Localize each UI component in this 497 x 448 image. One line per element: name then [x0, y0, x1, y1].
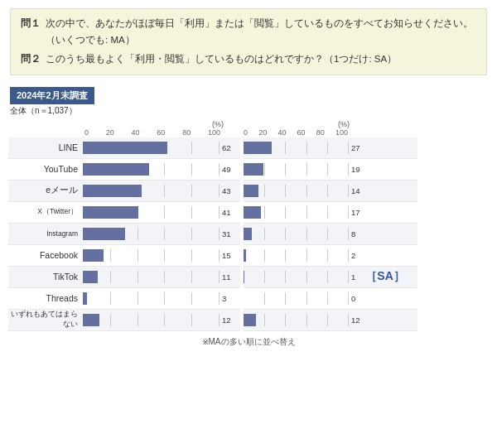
right-tick-0: 0	[244, 128, 248, 137]
bar-value: 0	[351, 294, 355, 303]
bar-value: 15	[222, 251, 231, 260]
bar-value: 41	[222, 208, 231, 217]
left-bar-row: X（Twitter）41	[8, 202, 240, 224]
bar-label: YouTube	[8, 164, 83, 174]
left-tick-40: 40	[132, 128, 140, 137]
bar-fill	[244, 249, 246, 262]
left-tick-100: 100	[208, 128, 220, 137]
right-chart-panel: (%) 0 20 40 60 80 100 27191417821［SA］012	[244, 120, 417, 331]
left-bar-row: eメール43	[8, 181, 240, 202]
bar-fill	[83, 228, 125, 240]
bar-value: 14	[351, 186, 360, 195]
bar-fill	[83, 206, 138, 219]
bar-label: eメール	[8, 185, 83, 196]
right-bar-row: 14	[244, 181, 417, 202]
bar-fill	[83, 185, 142, 197]
survey-sublabel: 全体（n＝1,037）	[10, 105, 487, 117]
bar-fill	[83, 292, 87, 305]
right-tick-20: 20	[258, 128, 267, 137]
bar-fill	[83, 142, 167, 154]
bar-value: 19	[351, 165, 360, 174]
left-chart-panel: (%) 0 20 40 60 80 100 LINE62YouTube49eメー…	[8, 120, 240, 331]
right-tick-40: 40	[277, 128, 286, 137]
left-tick-20: 20	[106, 128, 114, 137]
bar-fill	[83, 163, 149, 176]
bar-fill	[244, 142, 272, 154]
bar-label: LINE	[8, 142, 83, 152]
left-tick-80: 80	[182, 128, 191, 137]
right-bar-row: 19	[244, 159, 417, 181]
q2-text: このうち最もよく「利用・閲覧」しているものはどれですか？（1つだけ: SA）	[46, 51, 397, 68]
q1-num: 問１	[21, 16, 41, 48]
q2-num: 問２	[21, 51, 41, 68]
bar-value: 2	[351, 251, 355, 260]
right-tick-60: 60	[297, 128, 306, 137]
right-tick-100: 100	[335, 128, 348, 137]
right-bar-row: 8	[244, 224, 417, 245]
bar-fill	[244, 185, 258, 197]
bar-fill	[244, 271, 244, 283]
left-bar-row: いずれもあてはまらない12	[8, 310, 240, 331]
bar-value: 3	[222, 294, 226, 303]
right-bar-row: 1［SA］	[244, 267, 417, 288]
left-bars-area: LINE62YouTube49eメール43X（Twitter）41Instagr…	[8, 137, 240, 331]
right-bar-row: 17	[244, 202, 417, 224]
left-bar-row: Threads3	[8, 288, 240, 310]
left-bar-row: LINE62	[8, 137, 240, 159]
bar-label: いずれもあてはまらない	[8, 310, 83, 330]
survey-label: 2024年2月末調査	[10, 87, 94, 104]
bar-label: Instagram	[8, 229, 83, 238]
bar-fill	[83, 249, 104, 262]
bar-value: 43	[222, 186, 231, 195]
bar-value: 27	[351, 143, 360, 152]
note: ※MAの多い順に並べ替え	[0, 336, 497, 348]
right-bars-area: 27191417821［SA］012	[244, 137, 417, 331]
bar-label: Threads	[8, 293, 83, 303]
bar-fill	[244, 163, 263, 176]
bar-value: 49	[222, 165, 231, 174]
bar-fill	[244, 228, 252, 240]
right-bar-row: 12	[244, 310, 417, 331]
bar-value: 8	[351, 229, 355, 238]
bar-fill	[244, 206, 261, 219]
bar-value: 1	[351, 272, 355, 282]
left-bar-row: Facebook15	[8, 245, 240, 267]
bar-fill	[244, 314, 256, 326]
bar-value: 12	[351, 316, 360, 325]
right-bar-row: 27	[244, 137, 417, 159]
bar-value: 17	[351, 208, 360, 217]
bar-fill	[83, 271, 98, 283]
left-bar-row: YouTube49	[8, 159, 240, 181]
left-tick-60: 60	[157, 128, 165, 137]
right-tick-80: 80	[316, 128, 325, 137]
bar-label: Facebook	[8, 250, 83, 260]
question-box: 問１ 次の中で、あなたがほぼ毎日「利用」または「閲覧」しているものをすべてお知ら…	[10, 8, 487, 75]
sa-label: ［SA］	[365, 269, 404, 284]
bar-value: 12	[222, 316, 231, 325]
right-bar-row: 0	[244, 288, 417, 310]
q1-text: 次の中で、あなたがほぼ毎日「利用」または「閲覧」しているものをすべてお知らせくだ…	[46, 16, 473, 48]
bar-value: 11	[222, 272, 231, 282]
bar-label: TikTok	[8, 272, 83, 282]
bar-label: X（Twitter）	[8, 207, 83, 217]
left-tick-0: 0	[84, 128, 89, 137]
bar-value: 62	[222, 143, 231, 152]
right-bar-row: 2	[244, 245, 417, 267]
bar-value: 31	[222, 229, 231, 238]
bar-fill	[83, 314, 99, 326]
left-bar-row: Instagram31	[8, 224, 240, 245]
left-bar-row: TikTok11［MA］	[8, 267, 240, 288]
